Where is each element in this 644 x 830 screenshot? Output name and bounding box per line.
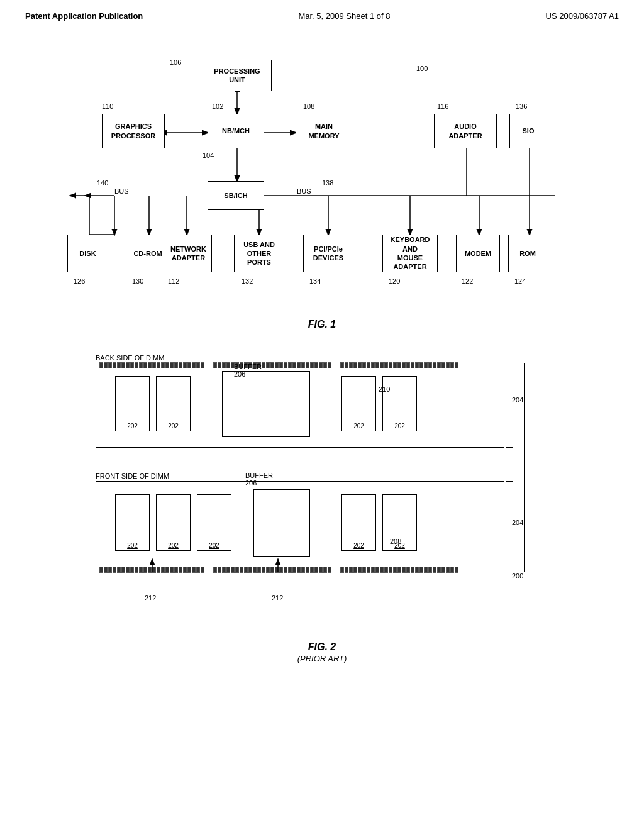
label-116: 116 bbox=[437, 102, 448, 110]
box-sb-ich: SB/ICH bbox=[208, 181, 264, 210]
label-210: 210 bbox=[379, 385, 390, 393]
fig2-diagram: BACK SIDE OF DIMM 202 202 202 202 bbox=[77, 349, 567, 638]
label-212-left: 212 bbox=[145, 594, 156, 602]
label-126: 126 bbox=[74, 277, 85, 285]
box-pci-devices: PCI/PCIeDEVICES bbox=[303, 235, 353, 272]
label-132: 132 bbox=[242, 277, 253, 285]
label-134: 134 bbox=[309, 277, 321, 285]
box-network-adapter: NETWORKADAPTER bbox=[165, 235, 212, 272]
label-138: 138 bbox=[322, 179, 333, 187]
label-124: 124 bbox=[514, 277, 526, 285]
label-136: 136 bbox=[516, 102, 527, 110]
label-buffer-front: BUFFER206 bbox=[245, 472, 273, 487]
fig1-caption: FIG. 1 bbox=[38, 319, 606, 330]
page-header: Patent Application Publication Mar. 5, 2… bbox=[0, 0, 644, 27]
box-rom: ROM bbox=[508, 235, 547, 272]
label-130: 130 bbox=[132, 277, 143, 285]
label-122: 122 bbox=[462, 277, 473, 285]
box-sio: SIO bbox=[509, 114, 547, 148]
label-100: 100 bbox=[416, 65, 428, 72]
label-106: 106 bbox=[170, 58, 181, 66]
fig2-caption: FIG. 2 bbox=[308, 641, 336, 652]
chip-back-4: 202 bbox=[382, 376, 417, 431]
box-keyboard-adapter: KEYBOARDANDMOUSEADAPTER bbox=[382, 235, 438, 272]
box-main-memory: MAINMEMORY bbox=[296, 114, 352, 148]
header-right: US 2009/063787 A1 bbox=[546, 11, 619, 21]
label-120: 120 bbox=[389, 277, 400, 285]
label-112: 112 bbox=[168, 277, 179, 285]
chip-front-2: 202 bbox=[156, 494, 191, 551]
label-110: 110 bbox=[102, 102, 113, 110]
chip-front-1: 202 bbox=[115, 494, 150, 551]
box-nb-mch: NB/MCH bbox=[208, 114, 264, 148]
label-buffer-back: BUFFER206 bbox=[234, 363, 262, 378]
header-center: Mar. 5, 2009 Sheet 1 of 8 bbox=[298, 11, 390, 21]
label-front-side: FRONT SIDE OF DIMM bbox=[96, 472, 169, 480]
bracket-back bbox=[506, 363, 513, 448]
header-left: Patent Application Publication bbox=[25, 11, 143, 21]
label-108: 108 bbox=[303, 102, 314, 110]
chip-front-3: 202 bbox=[197, 494, 231, 551]
fig1-diagram: 100 PROCESSINGUNIT 106 NB/MCH 102 104 MA… bbox=[52, 40, 592, 316]
dimm-back-board: 202 202 202 202 bbox=[96, 363, 504, 448]
label-bus-140: BUS bbox=[114, 187, 129, 195]
chip-back-2: 202 bbox=[156, 376, 191, 431]
box-usb-ports: USB ANDOTHERPORTS bbox=[234, 235, 284, 272]
label-140: 140 bbox=[97, 179, 108, 187]
box-modem: MODEM bbox=[456, 235, 500, 272]
chip-back-1: 202 bbox=[115, 376, 150, 431]
label-208: 208 bbox=[390, 538, 401, 545]
label-bus-138: BUS bbox=[297, 187, 311, 195]
buffer-back bbox=[222, 371, 310, 437]
box-cd-rom: CD-ROM bbox=[126, 235, 170, 272]
box-graphics-processor: GRAPHICSPROCESSOR bbox=[102, 114, 165, 148]
chip-front-4: 202 bbox=[341, 494, 376, 551]
bracket-200 bbox=[517, 363, 525, 572]
label-104: 104 bbox=[203, 152, 214, 159]
box-disk: DISK bbox=[67, 235, 108, 272]
left-bracket bbox=[87, 363, 92, 572]
buffer-front bbox=[253, 489, 310, 557]
label-212-right: 212 bbox=[272, 594, 283, 602]
label-back-side: BACK SIDE OF DIMM bbox=[96, 354, 164, 362]
box-processing-unit: PROCESSINGUNIT bbox=[203, 60, 272, 91]
box-audio-adapter: AUDIOADAPTER bbox=[434, 114, 497, 148]
label-102: 102 bbox=[212, 102, 223, 110]
fig2-sub-caption: (PRIOR ART) bbox=[297, 654, 347, 663]
chip-back-3: 202 bbox=[341, 376, 376, 431]
